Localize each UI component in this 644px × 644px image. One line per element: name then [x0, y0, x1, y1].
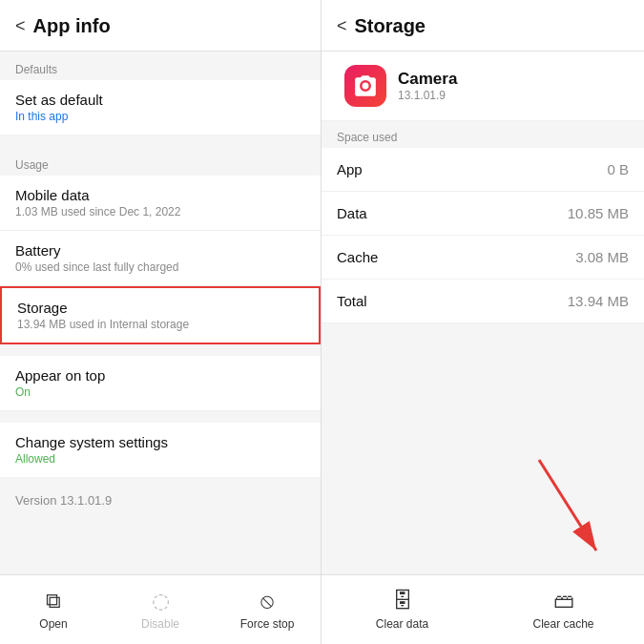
page-title: App info [33, 15, 111, 37]
app-info-header: < App info [0, 0, 321, 52]
clear-data-button[interactable]: 🗄 Clear data [322, 583, 483, 636]
data-storage-value: 10.85 MB [568, 205, 629, 221]
open-icon: ⧉ [46, 589, 61, 613]
back-arrow-icon[interactable]: < [15, 16, 26, 36]
clear-cache-label: Clear cache [532, 617, 593, 631]
data-storage-label: Data [337, 205, 367, 221]
cache-storage-value: 3.08 MB [575, 249, 629, 265]
red-arrow-indicator [520, 450, 615, 565]
mobile-data-title: Mobile data [15, 187, 305, 203]
left-bottom-bar: ⧉ Open ◌ Disable ⦸ Force stop [0, 574, 321, 644]
force-stop-icon: ⦸ [260, 589, 274, 613]
change-system-subtitle: Allowed [15, 452, 305, 466]
total-storage-row: Total 13.94 MB [322, 280, 644, 323]
total-storage-label: Total [337, 293, 367, 309]
clear-data-icon: 🗄 [392, 589, 413, 613]
mobile-data-subtitle: 1.03 MB used since Dec 1, 2022 [15, 205, 305, 218]
force-stop-button[interactable]: ⦸ Force stop [214, 583, 321, 636]
camera-app-info: Camera 13.1.01.9 [398, 70, 457, 102]
disable-icon: ◌ [152, 589, 170, 613]
app-storage-row: App 0 B [322, 148, 644, 192]
usage-label: Usage [0, 147, 321, 176]
clear-cache-button[interactable]: 🗃 Clear cache [483, 583, 644, 636]
left-panel: < App info Defaults Set as default In th… [0, 0, 322, 644]
storage-back-arrow-icon[interactable]: < [337, 16, 347, 36]
space-used-label: Space used [322, 121, 644, 148]
battery-title: Battery [15, 242, 305, 259]
data-storage-row: Data 10.85 MB [322, 192, 644, 236]
camera-app-name: Camera [398, 70, 457, 89]
appear-on-top-subtitle: On [15, 385, 305, 399]
appear-on-top-item[interactable]: Appear on top On [0, 356, 321, 411]
storage-header: < Storage [322, 0, 644, 52]
battery-item[interactable]: Battery 0% used since last fully charged [0, 231, 321, 286]
mobile-data-item[interactable]: Mobile data 1.03 MB used since Dec 1, 20… [0, 176, 321, 231]
disable-button: ◌ Disable [107, 583, 214, 636]
storage-title: Storage [17, 300, 303, 316]
right-panel: < Storage Camera 13.1.01.9 Space used Ap… [322, 0, 644, 644]
change-system-settings-item[interactable]: Change system settings Allowed [0, 423, 321, 478]
cache-storage-row: Cache 3.08 MB [322, 236, 644, 280]
disable-label: Disable [141, 617, 179, 631]
app-storage-value: 0 B [607, 161, 629, 177]
svg-line-1 [539, 460, 596, 551]
open-label: Open [39, 617, 67, 631]
camera-app-version: 13.1.01.9 [398, 89, 457, 102]
storage-page-title: Storage [355, 15, 426, 37]
camera-icon [353, 73, 378, 98]
defaults-label: Defaults [0, 52, 321, 80]
set-as-default-title: Set as default [15, 92, 305, 108]
battery-subtitle: 0% used since last fully charged [15, 260, 305, 274]
open-button[interactable]: ⧉ Open [0, 583, 107, 636]
set-as-default-item[interactable]: Set as default In this app [0, 80, 321, 135]
camera-app-icon [344, 65, 386, 107]
storage-item[interactable]: Storage 13.94 MB used in Internal storag… [0, 286, 321, 344]
version-text: Version 13.1.01.9 [0, 478, 321, 523]
force-stop-label: Force stop [240, 617, 295, 631]
change-system-title: Change system settings [15, 434, 305, 450]
clear-data-label: Clear data [376, 617, 428, 631]
right-bottom-bar: 🗄 Clear data 🗃 Clear cache [322, 574, 644, 644]
total-storage-value: 13.94 MB [568, 293, 629, 309]
camera-app-row: Camera 13.1.01.9 [322, 52, 644, 121]
app-storage-label: App [337, 161, 363, 177]
appear-on-top-title: Appear on top [15, 367, 305, 384]
arrow-area [322, 323, 644, 574]
clear-cache-icon: 🗃 [553, 589, 574, 613]
set-as-default-subtitle: In this app [15, 110, 305, 123]
storage-subtitle: 13.94 MB used in Internal storage [17, 318, 303, 331]
cache-storage-label: Cache [337, 249, 378, 265]
